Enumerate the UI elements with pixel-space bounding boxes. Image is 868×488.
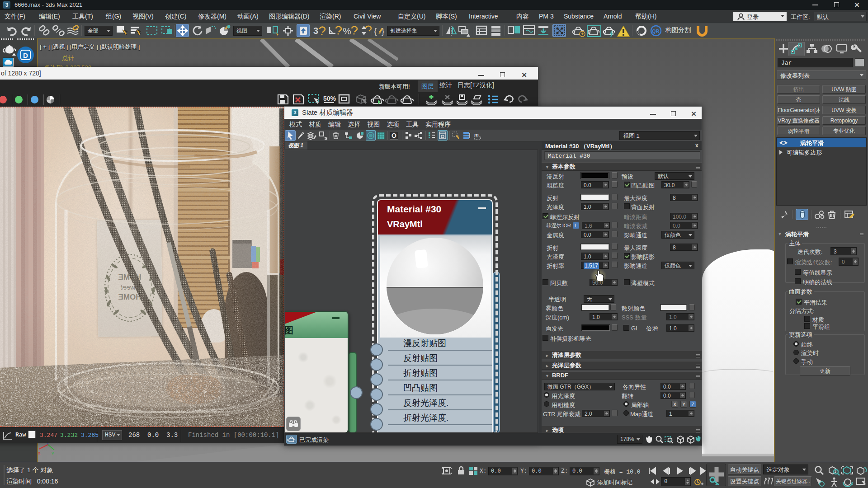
svg-text:m: m <box>474 132 479 137</box>
svg-text:50%: 50% <box>323 95 336 102</box>
svg-text:x: x <box>38 450 41 455</box>
svg-text:y: y <box>52 450 54 455</box>
